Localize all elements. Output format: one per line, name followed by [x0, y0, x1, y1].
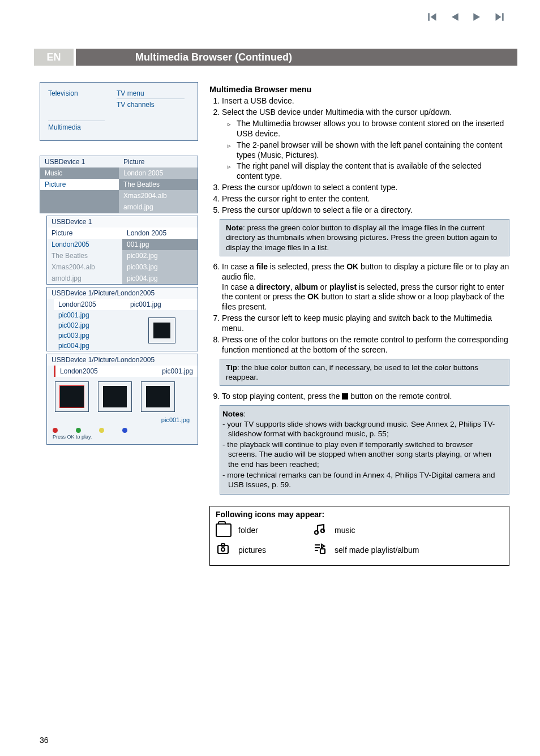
- icons-legend: Following icons may appear: folder music…: [209, 506, 509, 566]
- step-7: Press the cursor left to keep music play…: [222, 313, 509, 334]
- p3-l1[interactable]: pic001.jpg: [54, 310, 126, 320]
- note-box: Note: press the green color button to di…: [220, 219, 509, 256]
- red-button-icon[interactable]: [53, 428, 58, 433]
- step-2b: The 2-panel browser will be shown with t…: [228, 140, 509, 161]
- svg-point-3: [221, 548, 225, 551]
- s6d: OK: [346, 262, 358, 271]
- icon-label-folder: folder: [238, 526, 312, 535]
- page-title-bar: Multimedia Browser (Continued): [76, 49, 517, 66]
- step-2-text: Select the USB device under Multimedia w…: [222, 108, 452, 117]
- s6k: playlist: [329, 282, 357, 291]
- p1-london[interactable]: London 2005: [119, 167, 198, 179]
- s6c: is selected, press the: [268, 262, 346, 271]
- s6j: or: [318, 282, 329, 291]
- label-tv-channels: TV channels: [117, 101, 155, 109]
- label-tv-menu: TV menu: [117, 89, 185, 99]
- p4-london[interactable]: London2005: [54, 366, 126, 377]
- p4-thumb-2[interactable]: [98, 381, 132, 412]
- s9a: To stop playing content, press the: [222, 392, 342, 401]
- skip-forward-icon[interactable]: [494, 11, 506, 24]
- p2-usb: USBDevice 1: [47, 216, 122, 227]
- transport-controls: [426, 11, 506, 24]
- step-2c: The right panel will display the content…: [228, 161, 509, 182]
- tv-menu-box: Television TV menu TV channels Multimedi…: [40, 82, 198, 141]
- play-forward-icon[interactable]: [471, 11, 483, 24]
- svg-rect-5: [320, 549, 325, 553]
- label-multimedia: Multimedia: [48, 121, 105, 131]
- p3-l2[interactable]: pic002.jpg: [54, 320, 126, 330]
- step-2a: The Multimedia browser allows you to bro…: [228, 119, 509, 139]
- browser-panel-3: USBDevice 1/Picture/London2005 London200…: [46, 287, 198, 351]
- notes-box: Notes: - your TV supports slide shows wi…: [220, 405, 509, 495]
- p1-arnold[interactable]: arnold.jpg: [119, 201, 198, 213]
- note-2: - the playback will continue to play eve…: [222, 440, 503, 469]
- icon-label-playlist: self made playlist/album: [335, 545, 503, 555]
- note-1: - your TV supports slide shows with back…: [222, 419, 503, 439]
- p2-002[interactable]: pic002.jpg: [122, 250, 198, 261]
- p3-breadcrumb: USBDevice 1/Picture/London2005: [47, 287, 159, 299]
- p3-pic001[interactable]: pic001.jpg: [126, 299, 198, 310]
- p3-thumb: [148, 317, 175, 343]
- language-badge: EN: [34, 49, 74, 66]
- skip-back-icon[interactable]: [426, 11, 438, 24]
- p4-breadcrumb: USBDevice 1/Picture/London2005: [47, 354, 159, 366]
- p1-blank: [40, 190, 119, 201]
- step-8: Press one of the color buttons on the re…: [222, 335, 509, 355]
- icon-label-pictures: pictures: [238, 545, 312, 555]
- stop-icon: [342, 393, 348, 400]
- page-number: 36: [40, 736, 49, 745]
- step-9: To stop playing content, press the butto…: [222, 392, 509, 402]
- p2-blank: [122, 216, 198, 227]
- p1-beatles[interactable]: The Beatles: [119, 179, 198, 190]
- steps-list-3: To stop playing content, press the butto…: [209, 392, 509, 402]
- p1-picture-head: Picture: [119, 156, 198, 167]
- s6g: directory: [256, 282, 290, 291]
- p4-thumb-3[interactable]: [141, 381, 175, 412]
- p2-arnold[interactable]: arnold.jpg: [47, 273, 122, 284]
- p2-picture[interactable]: Picture: [47, 227, 122, 239]
- p1-blank2: [40, 201, 119, 213]
- p4-thumb-label: pic001.jpg: [47, 416, 198, 426]
- step-5: Press the cursor up/down to select a fil…: [222, 205, 509, 216]
- s6b: file: [256, 262, 268, 271]
- p2-003[interactable]: pic003.jpg: [122, 261, 198, 273]
- p1-usb: USBDevice 1: [40, 156, 119, 167]
- svg-point-0: [315, 531, 318, 534]
- label-television: Television: [48, 89, 78, 97]
- p1-picture[interactable]: Picture: [40, 179, 119, 190]
- step-3: Press the cursor up/down to select a con…: [222, 183, 509, 193]
- p4-pic001[interactable]: pic001.jpg: [126, 366, 198, 377]
- s6i: album: [294, 282, 318, 291]
- p2-001[interactable]: 001.jpg: [122, 239, 198, 250]
- p2-london2005[interactable]: London2005: [47, 239, 122, 250]
- p2-london[interactable]: London 2005: [122, 227, 198, 239]
- play-back-icon[interactable]: [448, 11, 461, 24]
- step-2: Select the USB device under Multimedia w…: [222, 108, 509, 182]
- blue-button-icon[interactable]: [122, 428, 127, 433]
- icons-title: Following icons may appear:: [216, 510, 503, 519]
- browser-panel-4: USBDevice 1/Picture/London2005 London200…: [46, 354, 198, 445]
- s6f: In case a: [222, 282, 256, 291]
- yellow-button-icon[interactable]: [99, 428, 104, 433]
- icon-label-music: music: [335, 526, 503, 535]
- p2-xmas[interactable]: Xmas2004.alb: [47, 261, 122, 273]
- p1-music[interactable]: Music: [40, 167, 119, 179]
- s6a: In case a: [222, 262, 256, 271]
- s9b: button on the remote control.: [348, 392, 452, 401]
- p3-london[interactable]: London2005: [54, 299, 126, 310]
- p4-hint: Press OK to play.: [47, 433, 198, 444]
- p3-l4[interactable]: pic004.jpg: [54, 341, 126, 351]
- browser-panel-2: USBDevice 1 Picture London 2005 London20…: [46, 216, 198, 285]
- steps-list: Insert a USB device. Select the USB devi…: [209, 96, 509, 216]
- tip-box: Tip: the blue color button can, if neces…: [220, 359, 509, 386]
- p4-thumb-1[interactable]: [55, 381, 89, 412]
- folder-icon: [216, 523, 232, 537]
- p3-l3[interactable]: pic003.jpg: [54, 330, 126, 341]
- p1-xmas[interactable]: Xmas2004.alb: [119, 190, 198, 201]
- green-button-icon[interactable]: [76, 428, 81, 433]
- music-icon: [312, 522, 335, 538]
- step-6: In case a file is selected, press the OK…: [222, 262, 509, 313]
- p2-004[interactable]: pic004.jpg: [122, 273, 198, 284]
- p2-beatles[interactable]: The Beatles: [47, 250, 122, 261]
- note-3: - more technical remarks can be found in…: [222, 470, 503, 490]
